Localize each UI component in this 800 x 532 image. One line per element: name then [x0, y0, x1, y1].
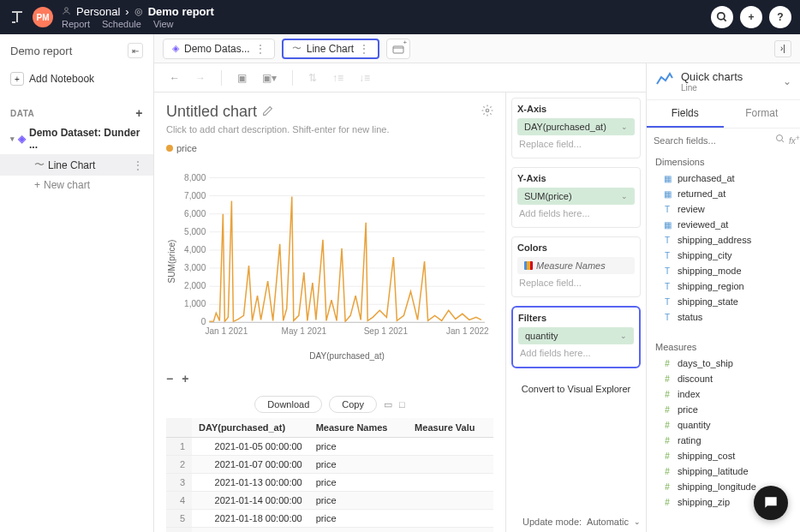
- tab-format[interactable]: Format: [724, 100, 801, 128]
- y-axis-section: Y-Axis SUM(price)⌄ Add fields here...: [511, 167, 641, 228]
- zoom-in-button[interactable]: +: [182, 372, 188, 386]
- search-input[interactable]: [654, 135, 772, 146]
- field-item[interactable]: Treview: [647, 201, 800, 217]
- field-item[interactable]: #rating: [647, 433, 800, 448]
- x-axis-chip[interactable]: DAY(purchased_at)⌄: [517, 118, 635, 135]
- table-row[interactable]: 22021-01-07 00:00:00price: [166, 456, 493, 474]
- field-item[interactable]: Tshipping_address: [647, 232, 800, 248]
- column-header[interactable]: Measure Names: [309, 418, 408, 438]
- more-icon[interactable]: ⋮: [255, 43, 266, 55]
- download-button[interactable]: Download: [254, 396, 322, 413]
- add-notebook-button[interactable]: + Add Notebook: [0, 67, 153, 91]
- table-row[interactable]: 42021-01-14 00:00:00price: [166, 492, 493, 510]
- tab-line-chart[interactable]: 〜 Line Chart ⋮: [282, 39, 379, 59]
- svg-text:5,000: 5,000: [184, 227, 206, 236]
- field-item[interactable]: Tshipping_region: [647, 278, 800, 294]
- filters-placeholder[interactable]: Add fields here...: [518, 344, 634, 362]
- field-item[interactable]: Tshipping_mode: [647, 263, 800, 278]
- help-button[interactable]: ?: [769, 6, 791, 28]
- field-item[interactable]: #shipping_cost: [647, 448, 800, 463]
- x-axis-section: X-Axis DAY(purchased_at)⌄ Replace field.…: [511, 98, 641, 158]
- sidebar-title: Demo report: [10, 45, 72, 57]
- y-axis-placeholder[interactable]: Add fields here...: [517, 205, 635, 222]
- svg-text:0: 0: [201, 317, 206, 326]
- tab-fields[interactable]: Fields: [647, 100, 724, 128]
- svg-text:May 1 2021: May 1 2021: [282, 326, 327, 336]
- tabs-bar: ◈ Demo Datas... ⋮ 〜 Line Chart ⋮ ›|: [154, 34, 800, 63]
- gear-icon[interactable]: [481, 105, 493, 119]
- column-header[interactable]: DAY(purchased_at): [192, 418, 309, 438]
- search-button[interactable]: [711, 6, 733, 28]
- sort-asc-icon[interactable]: ↑≡: [329, 70, 347, 86]
- column-header[interactable]: Measure Valu: [408, 418, 493, 438]
- more-icon[interactable]: ⋮: [133, 159, 143, 171]
- breadcrumb-current[interactable]: Demo report: [148, 5, 214, 18]
- chevron-down-icon: ⌄: [783, 75, 791, 87]
- field-item[interactable]: Tstatus: [647, 309, 800, 325]
- field-item[interactable]: Tshipping_city: [647, 248, 800, 263]
- chart-title[interactable]: Untitled chart: [166, 103, 257, 121]
- breadcrumb-root[interactable]: Personal: [76, 5, 120, 18]
- back-icon[interactable]: ←: [166, 70, 183, 86]
- field-item[interactable]: #price: [647, 402, 800, 417]
- avatar[interactable]: PM: [33, 7, 53, 27]
- field-item[interactable]: #discount: [647, 371, 800, 386]
- breadcrumb: Personal › ◎ Demo report Report Schedule…: [62, 5, 214, 29]
- update-mode[interactable]: Update mode: Automatic ⌄: [522, 517, 641, 527]
- expand-table-icon[interactable]: □: [399, 399, 405, 409]
- table-row[interactable]: 62021-01-20 00:00:00price: [166, 528, 493, 533]
- table-row[interactable]: 52021-01-18 00:00:00price: [166, 510, 493, 528]
- zoom-out-button[interactable]: −: [166, 372, 173, 386]
- dataset-item[interactable]: ▾ ◈ Demo Dataset: Dunder ...: [0, 123, 153, 154]
- field-item[interactable]: ▦returned_at: [647, 186, 800, 201]
- expand-icon[interactable]: ›|: [774, 40, 791, 57]
- right-sidebar: Quick charts Line ⌄ Fields Format fx+ Di…: [646, 63, 800, 532]
- add-button[interactable]: +: [740, 6, 762, 28]
- y-axis-chip[interactable]: SUM(price)⌄: [517, 188, 635, 205]
- menu-view[interactable]: View: [153, 19, 174, 29]
- layout-dropdown-icon[interactable]: ▣▾: [259, 70, 280, 86]
- convert-link[interactable]: Convert to Visual Explorer: [511, 377, 641, 401]
- legend-dot-icon: [166, 145, 173, 152]
- add-data-icon[interactable]: +: [135, 106, 143, 120]
- field-item[interactable]: #quantity: [647, 417, 800, 433]
- search-icon[interactable]: [775, 134, 785, 146]
- field-item[interactable]: #index: [647, 386, 800, 402]
- tab-dataset[interactable]: ◈ Demo Datas... ⋮: [163, 39, 275, 59]
- collapse-table-icon[interactable]: ▭: [384, 399, 392, 410]
- more-icon[interactable]: ⋮: [359, 43, 369, 55]
- quick-charts-selector[interactable]: Quick charts Line ⌄: [647, 63, 800, 100]
- chevron-down-icon: ⌄: [620, 332, 627, 340]
- dimensions-label: Dimensions: [647, 152, 800, 170]
- chart-description[interactable]: Click to add chart description. Shift-en…: [166, 124, 493, 134]
- add-tab-button[interactable]: [386, 39, 410, 59]
- chevron-down-icon: ⌄: [634, 517, 641, 526]
- menu-schedule[interactable]: Schedule: [102, 19, 141, 29]
- colors-placeholder[interactable]: Replace field...: [517, 274, 635, 291]
- field-item[interactable]: #days_to_ship: [647, 356, 800, 371]
- field-item[interactable]: ▦purchased_at: [647, 170, 800, 186]
- line-chart: 01,0002,0003,0004,0005,0006,0007,0008,00…: [166, 158, 493, 364]
- forward-icon[interactable]: →: [192, 70, 209, 86]
- fx-icon[interactable]: fx+: [789, 134, 800, 146]
- chevron-down-icon: ⌄: [621, 192, 628, 200]
- chat-button[interactable]: [754, 486, 788, 520]
- layout-icon[interactable]: ▣: [234, 70, 250, 86]
- sort-icon[interactable]: ⇅: [305, 70, 320, 86]
- app-logo[interactable]: [9, 9, 26, 26]
- copy-button[interactable]: Copy: [329, 396, 377, 413]
- table-row[interactable]: 32021-01-13 00:00:00price: [166, 474, 493, 492]
- filters-chip[interactable]: quantity⌄: [518, 327, 634, 344]
- edit-title-icon[interactable]: [262, 105, 273, 119]
- sidebar-item-line-chart[interactable]: 〜 Line Chart ⋮: [0, 154, 153, 176]
- x-axis-placeholder[interactable]: Replace field...: [517, 135, 635, 152]
- sort-desc-icon[interactable]: ↓≡: [355, 70, 373, 86]
- menu-report[interactable]: Report: [62, 19, 90, 29]
- field-item[interactable]: ▦reviewed_at: [647, 217, 800, 232]
- collapse-sidebar-icon[interactable]: ⇤: [128, 43, 143, 58]
- field-item[interactable]: Tshipping_state: [647, 294, 800, 309]
- colors-chip[interactable]: Measure Names: [517, 257, 635, 274]
- table-row[interactable]: 12021-01-05 00:00:00price: [166, 438, 493, 456]
- field-item[interactable]: #shipping_latitude: [647, 463, 800, 479]
- sidebar-item-new-chart[interactable]: + New chart: [0, 176, 153, 194]
